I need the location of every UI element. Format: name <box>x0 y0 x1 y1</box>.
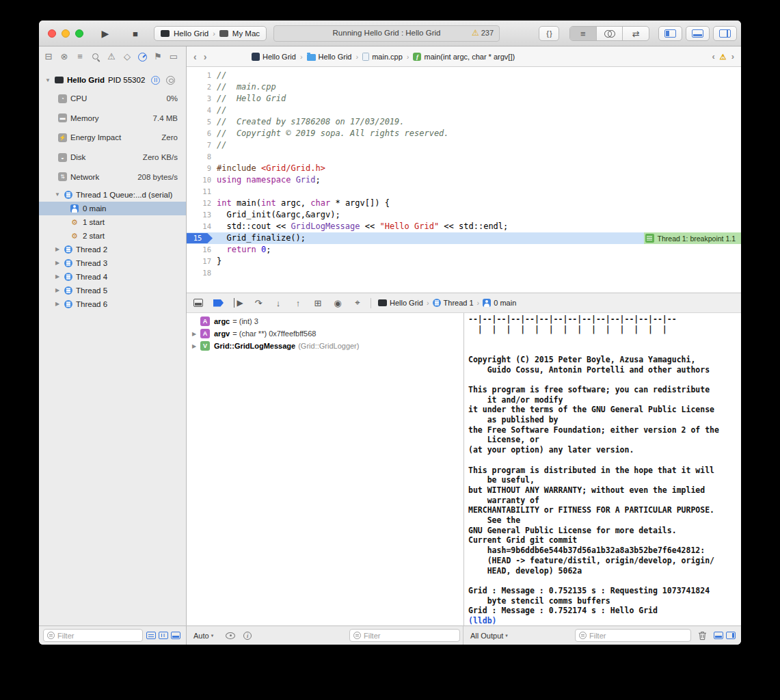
line-number[interactable]: 3 <box>187 93 217 105</box>
line-number[interactable]: 13 <box>187 209 217 221</box>
navigator-filter-field[interactable] <box>43 629 143 642</box>
minimize-window-button[interactable] <box>62 29 70 38</box>
step-over-button[interactable]: ↷ <box>254 298 263 308</box>
line-number[interactable]: 14 <box>187 221 217 232</box>
disclosure-triangle-icon[interactable]: ▶ <box>192 343 200 349</box>
quicklook-eye-icon[interactable] <box>226 632 235 639</box>
line-number[interactable]: 12 <box>187 198 217 209</box>
code-line[interactable]: 9#include <Grid/Grid.h> <box>187 163 741 174</box>
disclosure-triangle-icon[interactable]: ▶ <box>54 260 61 266</box>
find-navigator-icon[interactable] <box>91 52 100 62</box>
code-line[interactable]: 13 Grid_init(&argc,&argv); <box>187 209 741 221</box>
gauge-row-cpu[interactable]: ◔CPU0% <box>39 89 186 109</box>
variables-filter-field[interactable] <box>349 629 460 642</box>
toggle-debug-area-button[interactable] <box>686 26 710 41</box>
run-button[interactable]: ▶ <box>96 26 114 41</box>
code-line[interactable]: 12int main(int argc, char * argv[]) { <box>187 198 741 209</box>
gauge-row-network[interactable]: ⇅Network208 bytes/s <box>39 167 186 187</box>
symbol-navigator-icon[interactable]: ≡ <box>75 52 85 62</box>
line-number[interactable]: 1 <box>187 70 217 81</box>
line-number[interactable]: 18 <box>187 267 217 279</box>
project-navigator-icon[interactable]: ⊟ <box>44 52 53 62</box>
gauge-row-memory[interactable]: ▬Memory7.4 MB <box>39 109 186 129</box>
disclosure-triangle-icon[interactable]: ▼ <box>54 191 61 198</box>
code-line[interactable]: 17} <box>187 256 741 267</box>
variable-row[interactable]: ▶Aargv= (char **) 0x7ffeefbff568 <box>187 327 463 340</box>
process-row[interactable]: ▼ Hello Grid PID 55302 <box>39 71 186 89</box>
debug-navigator-icon[interactable] <box>138 53 147 62</box>
code-line[interactable]: 15 Grid_finalize();Thread 1: breakpoint … <box>187 232 741 244</box>
code-line[interactable]: 7// <box>187 139 741 151</box>
line-number[interactable]: 2 <box>187 81 217 93</box>
version-editor-button[interactable]: ⇄ <box>623 27 649 40</box>
disclosure-triangle-icon[interactable]: ▼ <box>44 77 51 83</box>
thread-row[interactable]: ▶Thread 2 <box>39 243 186 256</box>
crumb-group[interactable]: Hello Grid <box>307 53 352 61</box>
show-recent-frames-icon[interactable] <box>146 632 156 639</box>
crumb-symbol[interactable]: fmain(int argc, char * argv[]) <box>413 53 515 61</box>
clear-console-button[interactable] <box>698 631 707 641</box>
crumb-file[interactable]: main.cpp <box>362 53 403 61</box>
thread-row[interactable]: ▶Thread 4 <box>39 270 186 284</box>
code-line[interactable]: 3// Hello Grid <box>187 93 741 105</box>
back-button[interactable]: ‹ <box>193 51 197 62</box>
thread-row[interactable]: ▶Thread 5 <box>39 284 186 297</box>
view-hierarchy-button[interactable]: ⊞ <box>313 298 323 308</box>
code-review-button[interactable]: { } <box>539 26 559 41</box>
close-window-button[interactable] <box>48 29 56 38</box>
thread-row[interactable]: ▶Thread 6 <box>39 297 186 311</box>
line-number[interactable]: 9 <box>187 163 217 174</box>
line-number[interactable]: 11 <box>187 186 217 198</box>
line-number[interactable]: 8 <box>187 151 217 163</box>
issue-badge[interactable]: ⚠ 237 <box>472 29 494 37</box>
view-by-queue-icon[interactable] <box>171 632 180 639</box>
step-into-button[interactable]: ↓ <box>273 298 283 308</box>
stack-frame-row[interactable]: ⚙2 start <box>39 229 186 243</box>
disclosure-triangle-icon[interactable]: ▶ <box>54 287 61 293</box>
source-control-navigator-icon[interactable]: ⊗ <box>59 52 69 62</box>
console-scope-popup[interactable]: All Output ▾ <box>470 632 508 640</box>
test-navigator-icon[interactable]: ◇ <box>122 52 132 62</box>
code-line[interactable]: 18 <box>187 267 741 279</box>
stop-button[interactable]: ■ <box>126 26 144 41</box>
breakpoints-toggle-button[interactable] <box>213 299 224 307</box>
line-number[interactable]: 16 <box>187 244 217 256</box>
simulate-location-button[interactable]: ⌖ <box>353 297 362 308</box>
variables-filter-input[interactable] <box>364 632 456 640</box>
thread-row[interactable]: ▼Thread 1 Queue:...d (serial) <box>39 188 186 202</box>
code-line[interactable]: 8 <box>187 151 741 163</box>
previous-issue-button[interactable]: ‹ <box>712 51 714 62</box>
scheme-selector[interactable]: Hello Grid › My Mac <box>154 26 267 41</box>
issue-navigator-icon[interactable]: ⚠ <box>107 52 116 62</box>
variables-scope-popup[interactable]: Auto ▾ <box>193 632 213 640</box>
toggle-navigator-button[interactable] <box>658 26 682 41</box>
line-number[interactable]: 7 <box>187 139 217 151</box>
code-line[interactable]: 10using namespace Grid; <box>187 174 741 186</box>
forward-button[interactable]: › <box>204 51 207 62</box>
crumb-project[interactable]: Hello Grid <box>252 53 296 61</box>
thread-row[interactable]: ▶Thread 3 <box>39 256 186 270</box>
toggle-inspector-button[interactable] <box>713 26 737 41</box>
variable-row[interactable]: Aargc= (int) 3 <box>187 315 463 327</box>
disclosure-triangle-icon[interactable]: ▶ <box>54 246 61 252</box>
line-number[interactable]: 5 <box>187 116 217 128</box>
disclosure-triangle-icon[interactable]: ▶ <box>192 331 200 337</box>
code-line[interactable]: 1// <box>187 70 741 81</box>
report-navigator-icon[interactable]: ▭ <box>169 52 178 62</box>
split-console-icon[interactable] <box>726 632 736 639</box>
code-line[interactable]: 16 return 0; <box>187 244 741 256</box>
memory-graph-button[interactable]: ◉ <box>333 298 342 308</box>
line-number[interactable]: 4 <box>187 105 217 116</box>
pause-process-icon[interactable] <box>151 76 160 85</box>
continue-button[interactable]: ▶ <box>234 298 243 308</box>
line-number[interactable]: 10 <box>187 174 217 186</box>
variable-row[interactable]: ▶VGrid::GridLogMessage(Grid::GridLogger) <box>187 340 463 352</box>
code-line[interactable]: 14 std::cout << GridLogMessage << "Hello… <box>187 221 741 232</box>
code-line[interactable]: 6// Copyright © 2019 sopa. All rights re… <box>187 128 741 139</box>
hide-debug-area-button[interactable] <box>193 299 203 307</box>
debug-crumb-frame[interactable]: 0 main <box>483 299 516 307</box>
debug-crumb-thread[interactable]: Thread 1 <box>433 299 474 307</box>
print-description-icon[interactable]: i <box>243 632 252 640</box>
console-filter-field[interactable] <box>575 629 691 642</box>
line-number[interactable]: 17 <box>187 256 217 267</box>
